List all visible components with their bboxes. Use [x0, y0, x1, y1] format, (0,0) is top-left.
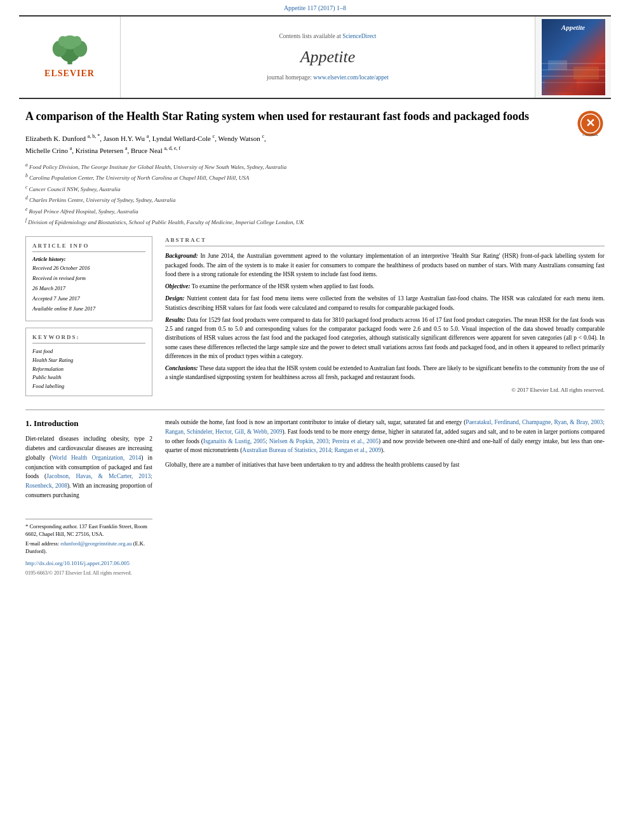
- footer-copyright: 0195-6663/© 2017 Elsevier Ltd. All right…: [25, 570, 152, 577]
- svg-text:✕: ✕: [586, 117, 595, 130]
- left-column: ARTICLE INFO Article history: Received 2…: [25, 236, 152, 402]
- journal-citation: Appetite 117 (2017) 1–8: [0, 0, 630, 15]
- ref-who[interactable]: World Health Organization, 2014: [51, 455, 141, 461]
- intro-para2: meals outside the home, fast food is now…: [165, 418, 605, 455]
- background-label: Background:: [165, 253, 198, 259]
- keyword-3: Reformulation: [32, 365, 145, 374]
- received-text: Received 26 October 2016: [32, 265, 145, 272]
- conclusions-text: These data support the idea that the HSR…: [165, 365, 605, 380]
- affiliations: a Food Policy Division, The George Insti…: [25, 161, 605, 227]
- svg-point-5: [58, 36, 67, 46]
- ref-abs[interactable]: Australian Bureau of Statistics, 2014; R…: [242, 447, 381, 453]
- results-label: Results:: [165, 317, 185, 323]
- svg-rect-13: [545, 79, 577, 92]
- journal-title: Appetite: [300, 46, 356, 69]
- abstract-section: ABSTRACT Background: In June 2014, the A…: [165, 236, 605, 394]
- footnote-email: E-mail address: edunford@georgeinstitute…: [25, 540, 152, 556]
- ref-isganaitis[interactable]: Isganaitis & Lustig, 2005; Nielsen & Pop…: [203, 438, 379, 444]
- accepted-text: Accepted 7 June 2017: [32, 295, 145, 303]
- info-abstract-section: ARTICLE INFO Article history: Received 2…: [25, 236, 605, 402]
- available-text: Available online 8 June 2017: [32, 305, 145, 313]
- conclusions-label: Conclusions:: [165, 365, 198, 371]
- intro-right: meals outside the home, fast food is now…: [165, 418, 605, 577]
- sciencedirect-link[interactable]: ScienceDirect: [342, 33, 376, 39]
- article-info-heading: ARTICLE INFO: [32, 242, 145, 253]
- intro-heading: 1. Introduction: [25, 418, 152, 429]
- main-content: A comparison of the Health Star Rating s…: [0, 99, 630, 589]
- abstract-objective: Objective: To examine the performance of…: [165, 282, 605, 291]
- history-label: Article history:: [32, 256, 145, 263]
- affil-4: d Charles Perkins Centre, University of …: [25, 194, 605, 205]
- keywords-heading: Keywords:: [32, 333, 145, 344]
- sciencedirect-line: Contents lists available at ScienceDirec…: [279, 32, 376, 41]
- journal-cover: Appetite: [542, 19, 605, 95]
- design-label: Design:: [165, 295, 185, 302]
- crossmark-icon: ✕ CrossMark: [576, 109, 605, 138]
- intro-para1: Diet-related diseases including obesity,…: [25, 434, 152, 500]
- revised-date: 26 March 2017: [32, 285, 145, 293]
- affil-1: a Food Policy Division, The George Insti…: [25, 161, 605, 172]
- design-text: Nutrient content data for fast food menu…: [165, 295, 605, 310]
- journal-title-area: Contents lists available at ScienceDirec…: [121, 17, 535, 98]
- elsevier-logo-area: ELSEVIER: [19, 17, 121, 98]
- elsevier-text: ELSEVIER: [44, 67, 95, 80]
- keyword-4: Public health: [32, 373, 145, 382]
- svg-point-6: [72, 36, 81, 46]
- svg-rect-11: [548, 60, 567, 70]
- affil-3: c Cancer Council NSW, Sydney, Australia: [25, 183, 605, 194]
- footnote-corresponding: * Corresponding author. 137 East Frankli…: [25, 523, 152, 538]
- homepage-link[interactable]: www.elsevier.com/locate/appet: [313, 74, 389, 81]
- introduction-section: 1. Introduction Diet-related diseases in…: [25, 418, 605, 577]
- authors-line: Elizabeth K. Dunford a, b, *, Jason H.Y.…: [25, 133, 605, 156]
- copyright-line: © 2017 Elsevier Ltd. All rights reserved…: [165, 386, 605, 395]
- objective-text: To examine the performance of the HSR sy…: [192, 283, 375, 290]
- svg-text:CrossMark: CrossMark: [582, 133, 598, 137]
- abstract-design: Design: Nutrient content data for fast f…: [165, 294, 605, 312]
- journal-homepage: journal homepage: www.elsevier.com/locat…: [267, 74, 389, 82]
- intro-para3: Globally, there are a number of initiati…: [165, 460, 605, 470]
- abstract-conclusions: Conclusions: These data support the idea…: [165, 364, 605, 382]
- journal-cover-area: Appetite: [535, 17, 611, 98]
- email-link[interactable]: edunford@georgeinstitute.org.au: [60, 540, 131, 547]
- background-text: In June 2014, the Australian government …: [165, 253, 605, 277]
- results-text: Data for 1529 fast food products were co…: [165, 317, 605, 359]
- keyword-5: Food labelling: [32, 382, 145, 391]
- doi-line: http://dx.doi.org/10.1016/j.appet.2017.0…: [25, 559, 152, 568]
- affil-6: f Division of Epidemiology and Biostatis…: [25, 217, 605, 227]
- footnotes-area: * Corresponding author. 137 East Frankli…: [25, 519, 152, 576]
- cover-title: Appetite: [561, 23, 585, 32]
- elsevier-tree-icon: [44, 34, 95, 66]
- objective-label: Objective:: [165, 283, 191, 290]
- keyword-2: Health Star Rating: [32, 356, 145, 365]
- revised-text: Received in revised form: [32, 275, 145, 283]
- article-info-box: ARTICLE INFO Article history: Received 2…: [25, 236, 152, 321]
- svg-rect-12: [573, 67, 599, 79]
- affil-5: e Royal Prince Alfred Hospital, Sydney, …: [25, 206, 605, 217]
- intro-left: 1. Introduction Diet-related diseases in…: [25, 418, 152, 577]
- keywords-box: Keywords: Fast food Health Star Rating R…: [25, 328, 152, 397]
- affil-2: b Carolina Population Center, The Univer…: [25, 172, 605, 183]
- ref-jacobson[interactable]: Jacobson, Havas, & McCarter, 2013; Rosen…: [25, 473, 152, 489]
- abstract-results: Results: Data for 1529 fast food product…: [165, 316, 605, 361]
- ref-paeratakul[interactable]: Paeratakul, Ferdinand, Champagne, Ryan, …: [165, 419, 605, 435]
- elsevier-logo: ELSEVIER: [44, 34, 95, 80]
- abstract-column: ABSTRACT Background: In June 2014, the A…: [165, 236, 605, 402]
- cover-decoration: [542, 57, 605, 95]
- abstract-text: Background: In June 2014, the Australian…: [165, 251, 605, 394]
- keyword-1: Fast food: [32, 347, 145, 356]
- doi-link[interactable]: http://dx.doi.org/10.1016/j.appet.2017.0…: [25, 560, 130, 566]
- abstract-background: Background: In June 2014, the Australian…: [165, 251, 605, 279]
- journal-header: ELSEVIER Contents lists available at Sci…: [19, 15, 611, 99]
- article-title: A comparison of the Health Star Rating s…: [25, 109, 605, 124]
- abstract-heading: ABSTRACT: [165, 236, 605, 247]
- section-divider: [25, 410, 605, 410]
